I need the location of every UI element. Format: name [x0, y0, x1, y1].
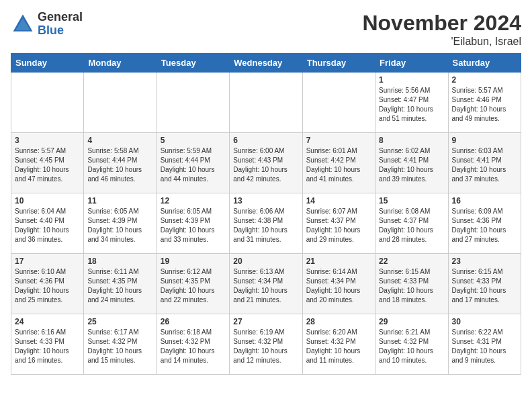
calendar-cell: 1Sunrise: 5:56 AM Sunset: 4:47 PM Daylig…	[375, 73, 448, 133]
week-row-3: 10Sunrise: 6:04 AM Sunset: 4:40 PM Dayli…	[11, 193, 521, 254]
calendar-cell	[11, 73, 84, 133]
calendar-cell: 13Sunrise: 6:06 AM Sunset: 4:38 PM Dayli…	[230, 193, 302, 254]
day-info: Sunrise: 6:10 AM Sunset: 4:36 PM Dayligh…	[15, 267, 80, 305]
day-number: 18	[87, 257, 152, 266]
day-info: Sunrise: 6:04 AM Sunset: 4:40 PM Dayligh…	[15, 207, 80, 244]
day-info: Sunrise: 6:06 AM Sunset: 4:38 PM Dayligh…	[233, 207, 298, 244]
calendar-cell: 17Sunrise: 6:10 AM Sunset: 4:36 PM Dayli…	[11, 254, 84, 314]
day-number: 12	[161, 196, 226, 205]
logo-general-text: General	[38, 11, 83, 24]
day-number: 28	[306, 317, 371, 326]
calendar-cell: 7Sunrise: 6:01 AM Sunset: 4:42 PM Daylig…	[302, 133, 375, 193]
day-number: 3	[15, 136, 80, 145]
day-number: 24	[15, 317, 80, 326]
day-info: Sunrise: 6:15 AM Sunset: 4:33 PM Dayligh…	[452, 267, 517, 305]
day-info: Sunrise: 5:59 AM Sunset: 4:44 PM Dayligh…	[161, 146, 226, 184]
day-info: Sunrise: 6:21 AM Sunset: 4:32 PM Dayligh…	[379, 328, 444, 365]
day-number: 22	[379, 257, 444, 266]
day-number: 2	[452, 75, 517, 85]
day-info: Sunrise: 6:12 AM Sunset: 4:35 PM Dayligh…	[161, 267, 226, 305]
day-number: 30	[452, 317, 517, 326]
weekday-header-sunday: Sunday	[11, 54, 84, 73]
weekday-header-saturday: Saturday	[448, 54, 521, 73]
calendar-cell: 28Sunrise: 6:20 AM Sunset: 4:32 PM Dayli…	[302, 314, 375, 375]
day-number: 17	[15, 257, 80, 266]
day-number: 15	[379, 196, 444, 205]
day-number: 23	[452, 257, 517, 266]
calendar-cell: 16Sunrise: 6:09 AM Sunset: 4:36 PM Dayli…	[448, 193, 521, 254]
day-info: Sunrise: 6:22 AM Sunset: 4:31 PM Dayligh…	[452, 328, 517, 365]
week-row-5: 24Sunrise: 6:16 AM Sunset: 4:33 PM Dayli…	[11, 314, 521, 375]
day-info: Sunrise: 6:02 AM Sunset: 4:41 PM Dayligh…	[379, 146, 444, 184]
calendar-cell: 22Sunrise: 6:15 AM Sunset: 4:33 PM Dayli…	[375, 254, 448, 314]
calendar-cell: 3Sunrise: 5:57 AM Sunset: 4:45 PM Daylig…	[11, 133, 84, 193]
day-number: 4	[87, 136, 152, 145]
day-info: Sunrise: 5:57 AM Sunset: 4:45 PM Dayligh…	[15, 146, 80, 184]
day-info: Sunrise: 5:58 AM Sunset: 4:44 PM Dayligh…	[87, 146, 152, 184]
day-number: 26	[161, 317, 226, 326]
day-number: 27	[233, 317, 298, 326]
day-info: Sunrise: 6:18 AM Sunset: 4:32 PM Dayligh…	[161, 328, 226, 365]
calendar-cell: 25Sunrise: 6:17 AM Sunset: 4:32 PM Dayli…	[84, 314, 157, 375]
weekday-header-thursday: Thursday	[302, 54, 375, 73]
calendar-cell: 27Sunrise: 6:19 AM Sunset: 4:32 PM Dayli…	[230, 314, 302, 375]
day-number: 7	[306, 136, 371, 145]
calendar-cell: 14Sunrise: 6:07 AM Sunset: 4:37 PM Dayli…	[302, 193, 375, 254]
day-info: Sunrise: 6:14 AM Sunset: 4:34 PM Dayligh…	[306, 267, 371, 305]
calendar-cell: 23Sunrise: 6:15 AM Sunset: 4:33 PM Dayli…	[448, 254, 521, 314]
day-number: 8	[379, 136, 444, 145]
day-info: Sunrise: 6:17 AM Sunset: 4:32 PM Dayligh…	[87, 328, 152, 365]
calendar-cell: 9Sunrise: 6:03 AM Sunset: 4:41 PM Daylig…	[448, 133, 521, 193]
title-area: November 2024 'Eilabun, Israel	[362, 11, 521, 48]
calendar-cell	[157, 73, 229, 133]
calendar-cell: 10Sunrise: 6:04 AM Sunset: 4:40 PM Dayli…	[11, 193, 84, 254]
calendar-cell: 12Sunrise: 6:05 AM Sunset: 4:39 PM Dayli…	[157, 193, 229, 254]
day-number: 29	[379, 317, 444, 326]
day-info: Sunrise: 6:13 AM Sunset: 4:34 PM Dayligh…	[233, 267, 298, 305]
header: General Blue November 2024 'Eilabun, Isr…	[11, 11, 521, 48]
day-number: 6	[233, 136, 298, 145]
calendar-cell: 5Sunrise: 5:59 AM Sunset: 4:44 PM Daylig…	[157, 133, 229, 193]
day-number: 21	[306, 257, 371, 266]
day-number: 5	[161, 136, 226, 145]
logo-blue-text: Blue	[38, 24, 83, 38]
day-info: Sunrise: 6:00 AM Sunset: 4:43 PM Dayligh…	[233, 146, 298, 184]
weekday-header-wednesday: Wednesday	[230, 54, 302, 73]
day-number: 13	[233, 196, 298, 205]
week-row-4: 17Sunrise: 6:10 AM Sunset: 4:36 PM Dayli…	[11, 254, 521, 314]
calendar-cell	[84, 73, 157, 133]
day-number: 16	[452, 196, 517, 205]
day-info: Sunrise: 6:20 AM Sunset: 4:32 PM Dayligh…	[306, 328, 371, 365]
week-row-2: 3Sunrise: 5:57 AM Sunset: 4:45 PM Daylig…	[11, 133, 521, 193]
calendar-cell: 19Sunrise: 6:12 AM Sunset: 4:35 PM Dayli…	[157, 254, 229, 314]
calendar-table: SundayMondayTuesdayWednesdayThursdayFrid…	[11, 53, 521, 375]
calendar-cell: 6Sunrise: 6:00 AM Sunset: 4:43 PM Daylig…	[230, 133, 302, 193]
day-number: 10	[15, 196, 80, 205]
calendar-cell: 26Sunrise: 6:18 AM Sunset: 4:32 PM Dayli…	[157, 314, 229, 375]
calendar-cell: 8Sunrise: 6:02 AM Sunset: 4:41 PM Daylig…	[375, 133, 448, 193]
calendar-cell: 21Sunrise: 6:14 AM Sunset: 4:34 PM Dayli…	[302, 254, 375, 314]
weekday-header-row: SundayMondayTuesdayWednesdayThursdayFrid…	[11, 54, 521, 73]
location-title: 'Eilabun, Israel	[362, 36, 521, 48]
day-info: Sunrise: 5:57 AM Sunset: 4:46 PM Dayligh…	[452, 86, 517, 124]
day-info: Sunrise: 6:11 AM Sunset: 4:35 PM Dayligh…	[87, 267, 152, 305]
day-number: 19	[161, 257, 226, 266]
calendar-cell: 2Sunrise: 5:57 AM Sunset: 4:46 PM Daylig…	[448, 73, 521, 133]
logo-icon	[11, 12, 35, 36]
day-info: Sunrise: 6:07 AM Sunset: 4:37 PM Dayligh…	[306, 207, 371, 244]
calendar-cell: 4Sunrise: 5:58 AM Sunset: 4:44 PM Daylig…	[84, 133, 157, 193]
month-title: November 2024	[362, 11, 521, 36]
day-info: Sunrise: 6:09 AM Sunset: 4:36 PM Dayligh…	[452, 207, 517, 244]
day-info: Sunrise: 6:03 AM Sunset: 4:41 PM Dayligh…	[452, 146, 517, 184]
day-number: 11	[87, 196, 152, 205]
day-info: Sunrise: 6:05 AM Sunset: 4:39 PM Dayligh…	[87, 207, 152, 244]
day-number: 20	[233, 257, 298, 266]
day-info: Sunrise: 6:01 AM Sunset: 4:42 PM Dayligh…	[306, 146, 371, 184]
weekday-header-tuesday: Tuesday	[157, 54, 229, 73]
day-info: Sunrise: 6:15 AM Sunset: 4:33 PM Dayligh…	[379, 267, 444, 305]
logo: General Blue	[11, 11, 83, 38]
day-info: Sunrise: 6:16 AM Sunset: 4:33 PM Dayligh…	[15, 328, 80, 365]
day-info: Sunrise: 6:19 AM Sunset: 4:32 PM Dayligh…	[233, 328, 298, 365]
day-info: Sunrise: 6:05 AM Sunset: 4:39 PM Dayligh…	[161, 207, 226, 244]
calendar-cell: 29Sunrise: 6:21 AM Sunset: 4:32 PM Dayli…	[375, 314, 448, 375]
